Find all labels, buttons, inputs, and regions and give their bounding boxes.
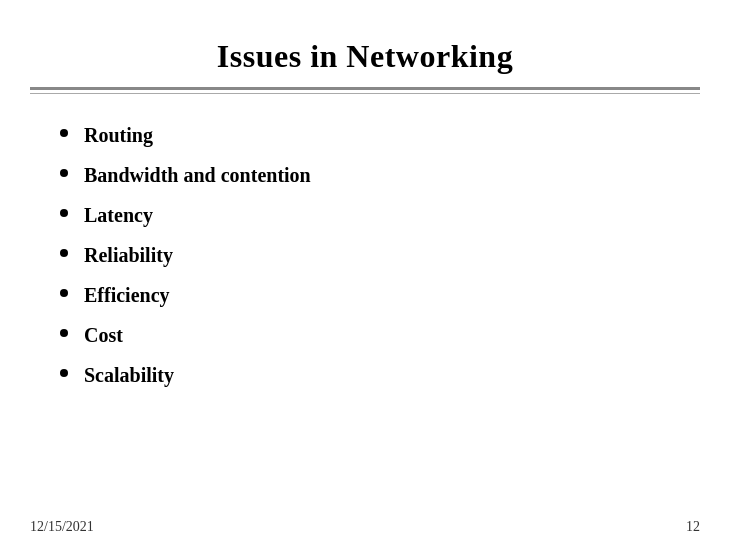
footer: 12/15/2021 12	[0, 511, 730, 547]
bullet-dot-icon	[60, 169, 68, 177]
bullet-dot-icon	[60, 129, 68, 137]
bullet-text: Efficiency	[84, 282, 170, 308]
footer-page-number: 12	[686, 519, 700, 535]
bullet-text: Bandwidth and contention	[84, 162, 311, 188]
bullet-list: RoutingBandwidth and contentionLatencyRe…	[60, 122, 670, 388]
bullet-text: Cost	[84, 322, 123, 348]
bullet-dot-icon	[60, 209, 68, 217]
list-item: Reliability	[60, 242, 670, 268]
bullet-text: Scalability	[84, 362, 174, 388]
bullet-dot-icon	[60, 289, 68, 297]
content-area: RoutingBandwidth and contentionLatencyRe…	[0, 94, 730, 547]
bullet-dot-icon	[60, 329, 68, 337]
list-item: Cost	[60, 322, 670, 348]
bullet-text: Routing	[84, 122, 153, 148]
divider-thick	[30, 87, 700, 90]
footer-date: 12/15/2021	[30, 519, 94, 535]
bullet-text: Reliability	[84, 242, 173, 268]
slide: Issues in Networking RoutingBandwidth an…	[0, 0, 730, 547]
bullet-text: Latency	[84, 202, 153, 228]
list-item: Efficiency	[60, 282, 670, 308]
title-area: Issues in Networking	[0, 0, 730, 87]
list-item: Latency	[60, 202, 670, 228]
list-item: Routing	[60, 122, 670, 148]
slide-title: Issues in Networking	[0, 38, 730, 75]
bullet-dot-icon	[60, 369, 68, 377]
list-item: Bandwidth and contention	[60, 162, 670, 188]
list-item: Scalability	[60, 362, 670, 388]
bullet-dot-icon	[60, 249, 68, 257]
